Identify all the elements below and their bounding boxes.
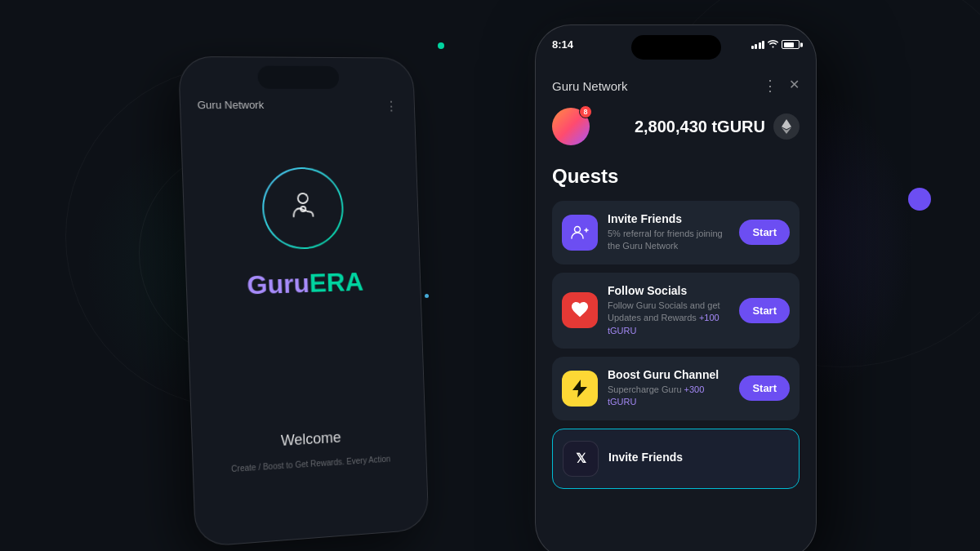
battery-icon: [782, 40, 800, 49]
quest-icon-boost: [562, 371, 598, 407]
start-button-invite[interactable]: Start: [739, 220, 790, 245]
guru-era-brand: GuruERA: [247, 266, 364, 300]
app-header-title: Guru Network: [552, 79, 628, 93]
guru-logo-svg: [279, 184, 326, 231]
user-avatar[interactable]: 8: [552, 108, 590, 145]
dynamic-island: [631, 35, 721, 60]
reward-highlight-socials: +100 tGURU: [608, 313, 719, 335]
quest-icon-socials: [562, 292, 598, 328]
quest-name-invite: Invite Friends: [608, 212, 729, 225]
quest-card-x-invite: 𝕏 Invite Friends: [552, 429, 800, 489]
app-content: Guru Network ⋮ ✕ 8 2,800,430 tGURU: [536, 70, 816, 551]
status-icons: [751, 39, 800, 50]
svg-point-2: [575, 226, 581, 232]
quest-info-invite: Invite Friends 5% referral for friends j…: [608, 212, 729, 253]
phone-front: 8:14: [535, 24, 817, 551]
quest-card-socials: Follow Socials Follow Guru Socials and g…: [552, 273, 800, 349]
quest-icon-invite: [562, 215, 598, 251]
phone-back: Guru Network ⋮ GuruERA Welcome Create / …: [178, 56, 430, 548]
quest-name-x-invite: Invite Friends: [608, 451, 789, 464]
balance-amount: 2,800,430 tGURU: [635, 118, 765, 136]
phones-container: Guru Network ⋮ GuruERA Welcome Create / …: [163, 24, 817, 539]
status-time: 8:14: [552, 38, 573, 51]
app-header-icons: ⋮ ✕: [763, 77, 800, 95]
quest-desc-boost: Supercharge Guru +300 tGURU: [608, 384, 729, 409]
eth-icon[interactable]: [773, 113, 800, 140]
guru-logo-circle: [261, 167, 345, 250]
quest-name-boost: Boost Guru Channel: [608, 368, 729, 381]
quest-card-invite: Invite Friends 5% referral for friends j…: [552, 201, 800, 264]
balance-area: 2,800,430 tGURU: [635, 113, 800, 140]
close-icon[interactable]: ✕: [789, 77, 800, 95]
wifi-icon: [768, 39, 778, 50]
quest-desc-invite: 5% referral for friends joining the Guru…: [608, 228, 729, 253]
dot-purple: [908, 188, 931, 211]
notification-badge: 8: [579, 105, 592, 118]
svg-point-0: [298, 193, 308, 202]
start-button-boost[interactable]: Start: [739, 375, 790, 401]
era-text: ERA: [309, 266, 363, 297]
quest-info-socials: Follow Socials Follow Guru Socials and g…: [608, 284, 729, 337]
start-button-socials[interactable]: Start: [739, 298, 790, 323]
quest-info-x-invite: Invite Friends: [608, 451, 789, 466]
signal-icon: [751, 41, 765, 49]
quest-icon-x: 𝕏: [563, 441, 599, 477]
quest-info-boost: Boost Guru Channel Supercharge Guru +300…: [608, 368, 729, 409]
user-row: 8 2,800,430 tGURU: [552, 108, 800, 145]
quests-title: Quests: [552, 165, 800, 188]
guru-text: Guru: [247, 268, 310, 300]
quest-card-boost: Boost Guru Channel Supercharge Guru +300…: [552, 357, 800, 420]
reward-highlight-boost: +300 tGURU: [608, 384, 704, 407]
quest-desc-socials: Follow Guru Socials and get Updates and …: [608, 300, 729, 337]
quest-name-socials: Follow Socials: [608, 284, 729, 297]
more-icon[interactable]: ⋮: [763, 77, 777, 95]
app-header: Guru Network ⋮ ✕: [552, 70, 800, 108]
